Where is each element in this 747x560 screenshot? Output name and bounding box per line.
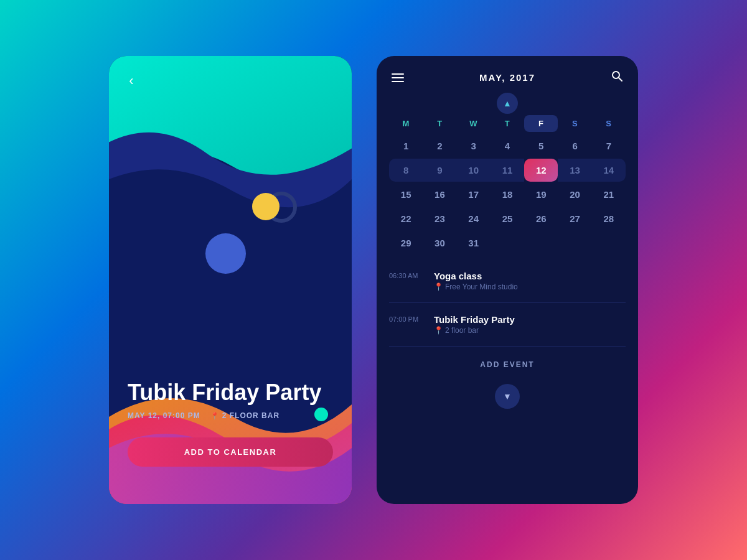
calendar-day[interactable]: 5 (524, 134, 558, 157)
calendar-day[interactable]: 8 (389, 159, 423, 182)
calendar-day[interactable]: 22 (389, 207, 423, 230)
calendar-card: MAY, 2017 ▲ M T W T F S S 1 (377, 56, 638, 504)
calendar-day[interactable]: 26 (524, 207, 558, 230)
calendar-week-5: 29 30 31 (389, 231, 626, 254)
calendar-week-4: 22 23 24 25 26 27 28 (389, 207, 626, 230)
calendar-day[interactable]: 16 (423, 183, 456, 206)
calendar-day[interactable]: 21 (592, 183, 626, 206)
event-time-yoga: 06:30 AM (389, 271, 425, 291)
calendar-day[interactable]: 25 (491, 207, 524, 230)
calendar-day[interactable]: 19 (524, 183, 558, 206)
add-to-calendar-button[interactable]: ADD TO CALENDAR (128, 437, 333, 467)
calendar-day-empty (558, 231, 591, 254)
calendar-day[interactable]: 9 (423, 159, 456, 182)
chevron-down-button[interactable]: ▼ (495, 384, 520, 409)
decorative-circle-yellow (252, 193, 280, 220)
event-title: Tubik Friday Party (128, 380, 321, 405)
event-location-text: 2 FLOOR BAR (222, 411, 280, 420)
calendar-day[interactable]: 23 (423, 207, 456, 230)
calendar-day[interactable]: 31 (457, 231, 491, 254)
calendar-day-selected[interactable]: 12 (524, 159, 558, 182)
calendar-week-2: 8 9 10 11 12 13 14 (389, 159, 626, 182)
calendar-day[interactable]: 4 (491, 134, 524, 157)
calendar-day[interactable]: 3 (457, 134, 491, 157)
calendar-day-empty (592, 231, 626, 254)
calendar-day[interactable]: 29 (389, 231, 423, 254)
calendar-month-title: MAY, 2017 (479, 72, 535, 83)
calendar-day[interactable]: 17 (457, 183, 491, 206)
hamburger-line-1 (392, 73, 404, 75)
calendar-day[interactable]: 6 (558, 134, 591, 157)
back-button[interactable]: ‹ (121, 71, 141, 91)
day-header-mon: M (389, 115, 423, 132)
add-event-divider (389, 346, 626, 347)
add-event-label: ADD EVENT (480, 360, 534, 369)
chevron-up-circle[interactable]: ▲ (497, 93, 518, 114)
back-icon: ‹ (129, 73, 133, 89)
pin-icon-party: 📍 (434, 326, 443, 335)
event-name-yoga: Yoga class (434, 271, 626, 281)
calendar-day[interactable]: 14 (592, 159, 626, 182)
calendar-weeks: 1 2 3 4 5 6 7 8 9 10 11 12 13 14 15 16 (389, 134, 626, 254)
calendar-week-1: 1 2 3 4 5 6 7 (389, 134, 626, 157)
day-headers: M T W T F S S (389, 115, 626, 132)
calendar-day-empty (491, 231, 524, 254)
event-location-yoga: Free Your Mind studio (445, 282, 518, 291)
calendar-day[interactable]: 11 (491, 159, 524, 182)
search-button[interactable] (611, 70, 623, 85)
chevron-down-section: ▼ (389, 378, 626, 421)
calendar-day[interactable]: 10 (457, 159, 491, 182)
event-name-party: Tubik Friday Party (434, 314, 626, 325)
hamburger-line-2 (392, 77, 404, 78)
calendar-day[interactable]: 15 (389, 183, 423, 206)
chevron-down-icon: ▼ (503, 391, 512, 401)
menu-button[interactable] (392, 73, 404, 82)
event-detail-card: ‹ (109, 56, 352, 504)
event-meta: MAY 12, 07:00 PM 📍 2 FLOOR BAR (128, 411, 280, 420)
svg-line-1 (619, 78, 622, 81)
event-content: Tubik Friday Party MAY 12, 07:00 PM 📍 2 … (109, 380, 352, 504)
events-section: 06:30 AM Yoga class 📍 Free Your Mind stu… (377, 254, 638, 504)
event-location-party: 2 floor bar (445, 326, 479, 335)
day-header-sun: S (592, 115, 626, 132)
calendar-day[interactable]: 7 (592, 134, 626, 157)
event-details-party: Tubik Friday Party 📍 2 floor bar (434, 314, 626, 335)
event-details-yoga: Yoga class 📍 Free Your Mind studio (434, 271, 626, 291)
add-event-button[interactable]: ADD EVENT (389, 352, 626, 378)
calendar-day[interactable]: 18 (491, 183, 524, 206)
pin-icon-yoga: 📍 (434, 282, 443, 291)
event-place-yoga: 📍 Free Your Mind studio (434, 282, 626, 291)
day-header-thu: T (491, 115, 524, 132)
calendar-day[interactable]: 13 (558, 159, 591, 182)
calendar-day[interactable]: 30 (423, 231, 456, 254)
decorative-circle-blue (205, 233, 246, 274)
calendar-day[interactable]: 24 (457, 207, 491, 230)
calendar-day[interactable]: 20 (558, 183, 591, 206)
chevron-up-icon: ▲ (503, 98, 512, 108)
calendar-day[interactable]: 2 (423, 134, 456, 157)
event-location: 📍 2 FLOOR BAR (210, 411, 280, 420)
event-time-party: 07:00 PM (389, 314, 425, 335)
event-item-yoga[interactable]: 06:30 AM Yoga class 📍 Free Your Mind stu… (389, 264, 626, 297)
calendar-week-3: 15 16 17 18 19 20 21 (389, 183, 626, 206)
chevron-up-button[interactable]: ▲ (377, 93, 638, 114)
calendar-day[interactable]: 28 (592, 207, 626, 230)
day-header-fri: F (524, 115, 558, 132)
calendar-day-empty (524, 231, 558, 254)
calendar-grid: M T W T F S S 1 2 3 4 5 6 7 8 9 1 (377, 115, 638, 254)
calendar-header: MAY, 2017 (377, 56, 638, 90)
event-date: MAY 12, 07:00 PM (128, 411, 200, 420)
day-header-tue: T (423, 115, 456, 132)
event-item-party[interactable]: 07:00 PM Tubik Friday Party 📍 2 floor ba… (389, 308, 626, 341)
events-divider (389, 302, 626, 303)
calendar-day[interactable]: 1 (389, 134, 423, 157)
day-header-sat: S (558, 115, 591, 132)
day-header-wed: W (457, 115, 491, 132)
event-place-party: 📍 2 floor bar (434, 326, 626, 335)
calendar-day[interactable]: 27 (558, 207, 591, 230)
hamburger-line-3 (392, 81, 404, 82)
pin-icon: 📍 (210, 412, 220, 420)
